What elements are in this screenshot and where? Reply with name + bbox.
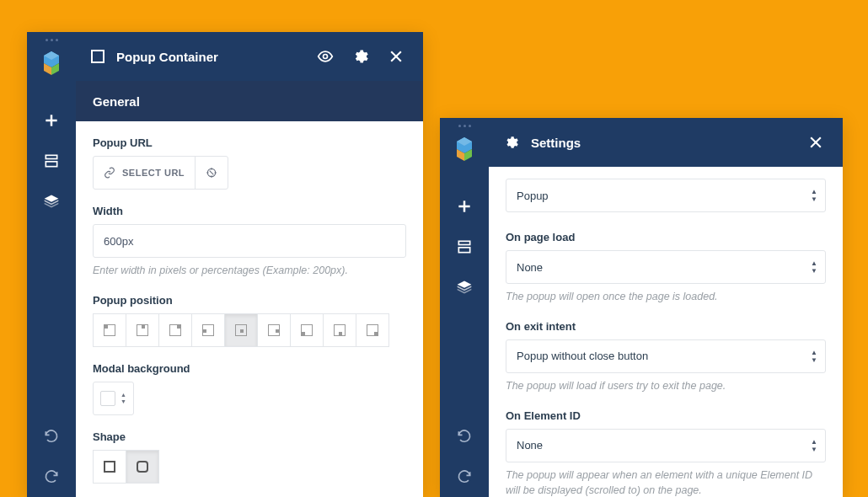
window-dots [458,125,471,127]
field-popup-url: Popup URL SELECT URL [93,136,406,190]
template-button[interactable] [27,141,76,181]
on-exit-intent-value: Popup without close button [506,339,826,373]
modal-bg-select[interactable]: ▲▼ [93,382,134,415]
pos-bot-right[interactable] [356,313,389,347]
on-exit-intent-select[interactable]: Popup without close button ▲▼ [506,339,826,373]
pos-bot-center[interactable] [323,313,356,347]
width-help: Enter width in pixels or percentages (Ex… [93,263,406,279]
pos-mid-left[interactable] [191,313,225,347]
page-type-value: Popup [506,179,826,212]
field-on-element-id: On Element ID None ▲▼ The popup will app… [506,409,826,498]
on-element-id-select[interactable]: None ▲▼ [506,429,826,462]
sidebar-left [27,32,76,497]
gear-icon [504,135,519,150]
label-on-page-load: On page load [506,231,826,243]
svg-point-11 [324,55,328,59]
layers-button[interactable] [440,267,489,307]
select-arrows: ▲▼ [121,392,126,404]
select-arrows: ▲▼ [811,189,817,203]
app-logo [39,51,64,75]
field-width: Width Enter width in pixels or percentag… [93,205,406,279]
on-page-load-select[interactable]: None ▲▼ [506,250,826,284]
undo-button[interactable] [440,416,489,457]
element-header: Popup Container [76,32,423,81]
settings-panel: Settings Popup ▲▼ On page load None ▲▼ T… [440,118,843,497]
label-width: Width [93,205,406,217]
url-group: SELECT URL [93,156,228,190]
field-shape: Shape [93,430,406,484]
select-url-button[interactable]: SELECT URL [94,157,195,189]
label-position: Popup position [93,294,406,307]
pos-top-right[interactable] [158,313,192,347]
svg-rect-21 [458,241,469,244]
form-body-left: Popup URL SELECT URL Width Enter width i… [76,121,423,497]
field-modal-bg: Modal background ▲▼ [93,362,406,415]
on-element-id-help: The popup will appear when an element wi… [506,468,826,498]
container-icon [91,50,104,63]
add-button[interactable] [440,186,489,227]
element-title: Popup Container [116,50,302,64]
position-grid [93,313,406,347]
close-icon[interactable] [804,131,828,154]
form-body-right: On page load None ▲▼ The popup will open… [489,216,843,497]
settings-header: Settings [489,118,843,167]
on-page-load-help: The popup will open once the page is loa… [506,289,826,305]
select-arrows: ▲▼ [811,438,817,452]
url-dynamic-button[interactable] [195,157,228,189]
on-exit-intent-help: The popup will load if users try to exit… [506,378,826,394]
field-on-exit-intent: On exit intent Popup without close butto… [506,320,826,394]
field-position: Popup position [93,294,406,347]
sidebar-right [440,118,489,497]
label-shape: Shape [93,430,406,443]
label-modal-bg: Modal background [93,362,406,375]
visibility-toggle[interactable] [313,45,337,68]
color-swatch [100,391,115,406]
page-type-row: Popup ▲▼ [489,167,843,216]
close-icon[interactable] [384,45,408,68]
select-arrows: ▲▼ [811,349,817,363]
page-type-select[interactable]: Popup ▲▼ [506,179,826,212]
field-on-page-load: On page load None ▲▼ The popup will open… [506,231,826,305]
svg-rect-7 [46,162,56,167]
left-content: Popup Container General Popup URL SELECT… [76,32,423,497]
right-content: Settings Popup ▲▼ On page load None ▲▼ T… [489,118,843,497]
section-title: General [93,94,406,109]
on-element-id-value: None [506,429,826,462]
settings-icon[interactable] [349,45,372,68]
undo-button[interactable] [27,416,76,457]
svg-marker-8 [45,195,59,202]
shape-square-button[interactable] [93,450,126,484]
svg-rect-6 [46,155,56,158]
pos-mid-right[interactable] [257,313,291,347]
template-button[interactable] [440,227,489,267]
pos-top-left[interactable] [93,313,126,347]
on-page-load-value: None [506,250,826,284]
layers-button[interactable] [27,181,76,222]
redo-button[interactable] [440,457,489,497]
popup-container-panel: Popup Container General Popup URL SELECT… [27,32,423,497]
pos-top-center[interactable] [126,313,159,347]
label-popup-url: Popup URL [93,136,406,149]
label-on-exit-intent: On exit intent [506,320,826,333]
svg-rect-22 [458,248,469,253]
shape-group [93,450,406,484]
pos-mid-center[interactable] [224,313,258,347]
settings-title: Settings [531,136,792,150]
width-input[interactable] [93,224,406,258]
redo-button[interactable] [27,457,76,497]
app-logo [452,137,477,161]
shape-rounded-button[interactable] [126,450,159,484]
label-on-element-id: On Element ID [506,409,826,422]
add-button[interactable] [27,100,76,141]
select-url-text: SELECT URL [122,168,185,178]
select-arrows: ▲▼ [811,260,817,275]
window-dots [46,39,58,41]
section-header[interactable]: General [76,81,423,121]
pos-bot-left[interactable] [290,313,324,347]
